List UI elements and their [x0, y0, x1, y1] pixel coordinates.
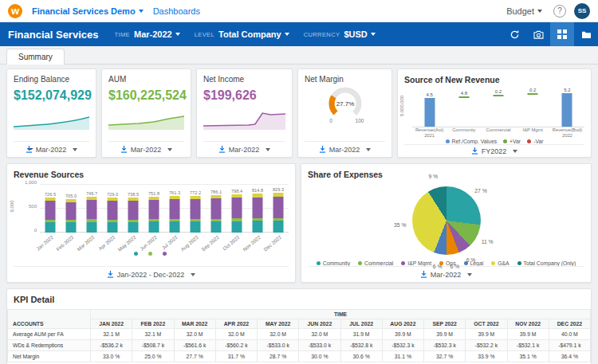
bar-total-label: 829.3 — [273, 187, 284, 192]
stacked-bar[interactable] — [149, 197, 159, 233]
appbar-actions — [502, 22, 598, 46]
table-row[interactable]: Average AUM per FA32.1 M32.1 M32.0 M32.0… — [8, 329, 591, 340]
stacked-bar[interactable] — [211, 195, 222, 233]
cell-value: -$560.2 k — [215, 340, 257, 351]
bar-total-label: 814.8 — [252, 188, 263, 193]
help-icon[interactable]: ? — [553, 5, 566, 18]
bar-total-label: 798.4 — [231, 189, 242, 194]
cell-value: 39.9 M — [382, 329, 423, 340]
stacked-bar[interactable] — [87, 197, 97, 233]
stacked-bar[interactable] — [253, 194, 263, 233]
help-glyph: ? — [557, 6, 562, 15]
stacked-bar-slot: 726.5 — [40, 182, 61, 233]
column-header[interactable]: MAR 2022 — [174, 319, 215, 329]
global-topbar: w Financial Services Demo Dashboards Bud… — [0, 0, 598, 22]
column-header[interactable]: APR 2022 — [215, 319, 257, 329]
save-view-button[interactable] — [574, 22, 598, 46]
level-filter-value: Total Company — [218, 29, 289, 39]
column-header[interactable]: DEC 2022 — [549, 319, 590, 329]
bar-value-label: 4.5 — [426, 92, 432, 97]
legend-item[interactable]: -Var — [527, 139, 543, 144]
waterfall-bar[interactable] — [528, 93, 538, 95]
bar-segment — [273, 221, 284, 233]
legend-item[interactable]: I&P Mgmt — [401, 260, 431, 266]
period-selector[interactable]: FY2022 — [404, 144, 584, 157]
tab-summary[interactable]: Summary — [6, 49, 65, 65]
stacked-bar[interactable] — [45, 198, 56, 233]
refresh-button[interactable] — [502, 22, 526, 46]
legend-item[interactable]: +Var — [503, 139, 521, 144]
waterfall-bar[interactable] — [494, 95, 504, 96]
stacked-bar-slot: 798.4 — [226, 182, 247, 233]
download-icon — [218, 146, 226, 153]
waterfall-bar[interactable] — [458, 96, 469, 98]
legend-item[interactable] — [163, 252, 169, 256]
net-income-sparkline — [203, 106, 285, 130]
card-title: Ending Balance — [14, 75, 89, 84]
legend-dot-icon — [317, 261, 321, 265]
column-header[interactable]: JUL 2022 — [340, 319, 382, 329]
stacked-bar[interactable] — [170, 196, 180, 233]
workday-logo-icon[interactable]: w — [8, 4, 22, 18]
legend-item[interactable]: Community — [317, 260, 350, 266]
column-header[interactable]: JAN 2022 — [91, 319, 132, 329]
legend-item[interactable] — [134, 252, 140, 256]
stacked-bar[interactable] — [191, 196, 201, 233]
waterfall-legend: Ref./Comp. Values+Var-Var — [404, 139, 584, 144]
period-selector[interactable]: Mar-2022 — [108, 141, 184, 157]
legend-dot-icon — [148, 252, 152, 256]
waterfall-bar[interactable] — [424, 98, 435, 127]
avatar[interactable]: SS — [574, 3, 590, 19]
column-header[interactable]: OCT 2022 — [466, 319, 507, 329]
legend-item[interactable] — [148, 252, 155, 256]
period-selector[interactable]: Mar-2022 — [14, 141, 89, 157]
column-header[interactable]: MAY 2022 — [258, 319, 299, 329]
folder-icon — [581, 30, 592, 39]
table-row[interactable]: Net Margin33.0 %25.0 %27.7 %31.7 %28.7 %… — [8, 351, 591, 362]
legend-dot-icon — [517, 261, 521, 265]
column-header[interactable]: FEB 2022 — [132, 319, 174, 329]
legend-item[interactable]: Ref./Comp. Values — [446, 139, 498, 144]
stacked-bar[interactable] — [66, 199, 77, 233]
stacked-bar-slot: 751.8 — [144, 182, 164, 233]
grid-view-button[interactable] — [550, 22, 574, 46]
budget-menu[interactable]: Budget — [506, 6, 542, 16]
period-selector[interactable]: Jan-2022 - Dec-2022 — [14, 266, 289, 282]
bar-value-label: 5.2 — [564, 88, 570, 92]
nav-dashboards[interactable]: Dashboards — [153, 6, 200, 16]
screenshot-button[interactable] — [526, 22, 550, 46]
stacked-bar[interactable] — [108, 198, 118, 233]
time-filter[interactable]: TIME Mar-2022 — [114, 29, 179, 39]
download-icon — [319, 146, 326, 153]
chevron-down-icon — [175, 33, 180, 36]
period-selector[interactable]: Mar-2022 — [308, 266, 584, 282]
bar-value-label: 4.8 — [461, 91, 467, 96]
expenses-pie[interactable] — [412, 186, 481, 255]
waterfall-bar[interactable] — [562, 93, 572, 127]
y-tick: 500 — [29, 204, 37, 209]
column-header[interactable]: AUG 2022 — [382, 319, 423, 329]
legend-item[interactable]: Commercial — [358, 260, 393, 266]
legend-item[interactable]: Total Company (Only) — [517, 260, 576, 266]
app-switcher[interactable]: Financial Services Demo — [32, 6, 144, 16]
stacked-bar[interactable] — [128, 198, 139, 233]
download-icon — [26, 146, 33, 153]
currency-filter[interactable]: CURRENCY $USD — [304, 29, 376, 39]
table-row[interactable]: WDs & Redemptions-$536.2 k-$508.7 k-$561… — [8, 340, 591, 351]
stacked-bar[interactable] — [232, 194, 242, 233]
stacked-bar-chart: $,000 1,000 500 0 726.5705.0749.7729.073… — [14, 182, 289, 233]
column-header[interactable]: SEP 2022 — [424, 319, 466, 329]
legend-item[interactable]: G&A — [491, 260, 509, 266]
period-selector[interactable]: Mar-2022 — [305, 141, 385, 157]
cell-value: 30.6 % — [340, 351, 382, 362]
level-filter[interactable]: LEVEL Total Company — [195, 29, 289, 39]
slice-percent-label: 6 % — [450, 263, 460, 268]
stacked-bar-slot: 749.7 — [81, 182, 102, 233]
stacked-bar[interactable] — [273, 193, 284, 233]
period-selector[interactable]: Mar-2022 — [203, 141, 285, 157]
stacked-bar-slot: 738.5 — [123, 182, 144, 233]
column-header[interactable]: NOV 2022 — [507, 319, 549, 329]
column-header[interactable]: JUN 2022 — [299, 319, 340, 329]
budget-label: Budget — [506, 6, 534, 16]
cell-value: 30.0 % — [299, 351, 340, 362]
